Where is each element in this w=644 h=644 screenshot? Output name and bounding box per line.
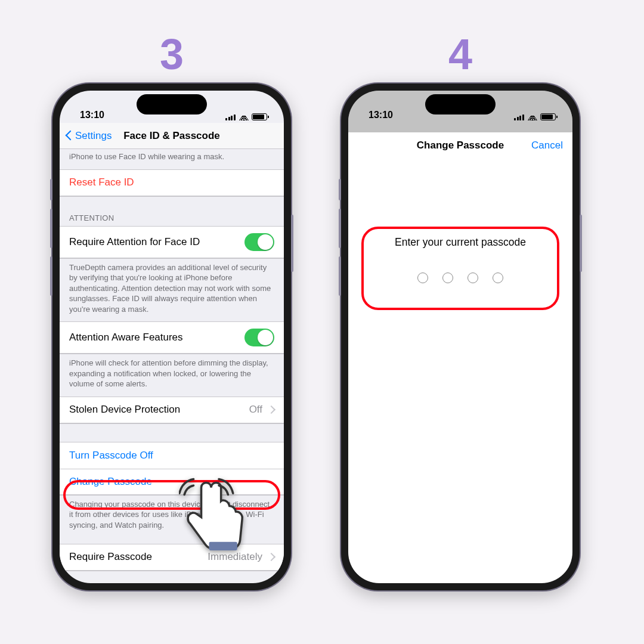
mask-hint: iPhone to use Face ID while wearing a ma… [60,149,284,162]
modal-title: Change Passcode [417,140,504,151]
toggle-switch-on[interactable] [244,233,274,251]
nav-title: Face ID & Passcode [123,130,220,142]
passcode-dots[interactable] [417,273,503,283]
modal-nav-bar: Change Passcode Cancel [348,132,572,159]
require-attention-hint: TrueDepth camera provides an additional … [60,259,284,315]
turn-passcode-off-button[interactable]: Turn Passcode Off [60,442,284,469]
screen-right: 13:10 Change Passcode Cancel Enter your … [348,91,572,583]
passcode-dot [442,273,453,283]
attention-aware-hint: iPhone will check for attention before d… [60,354,284,389]
battery-icon [252,113,267,120]
toggle-switch-on[interactable] [244,329,274,346]
passcode-entry-body: Enter your current passcode [348,159,572,583]
wifi-icon [239,113,249,120]
attention-aware-row[interactable]: Attention Aware Features [60,322,284,354]
chevron-left-icon [63,130,75,142]
dynamic-island [425,94,496,114]
nav-bar: Settings Face ID & Passcode [60,123,284,149]
status-time: 13:10 [80,110,104,120]
chevron-right-icon [268,404,274,416]
reset-faceid-button[interactable]: Reset Face ID [60,170,284,196]
back-label: Settings [75,130,112,142]
step-number-4: 4 [448,30,472,79]
side-switch [50,256,52,296]
side-switch [339,256,341,296]
passcode-dot [417,273,428,283]
power-button [291,215,293,272]
step-number-3: 3 [160,30,184,79]
dynamic-island [137,94,207,114]
stolen-device-value: Off [249,404,262,416]
chevron-right-icon [268,551,274,563]
status-time: 13:10 [369,110,393,120]
phone-mockup-left: 13:10 Settings Face ID & Passcode iPhone… [52,83,291,590]
power-button [580,215,582,272]
volume-down-button [50,209,52,248]
svg-rect-0 [209,542,237,550]
wifi-icon [528,113,537,120]
cancel-button[interactable]: Cancel [531,140,563,151]
passcode-prompt: Enter your current passcode [395,236,526,249]
passcode-dot [467,273,478,283]
phone-mockup-right: 13:10 Change Passcode Cancel Enter your … [341,83,580,590]
battery-icon [540,113,556,120]
attention-header: ATTENTION [60,197,284,226]
volume-up-button [50,179,52,200]
volume-up-button [339,179,341,200]
volume-down-button [339,209,341,248]
back-button[interactable]: Settings [63,130,112,142]
tap-cursor-icon [179,477,250,555]
passcode-dot [493,273,503,283]
cellular-icon [514,113,525,120]
cellular-icon [225,113,236,120]
require-attention-row[interactable]: Require Attention for Face ID [60,227,284,258]
stolen-device-row[interactable]: Stolen Device Protection Off [60,397,284,423]
